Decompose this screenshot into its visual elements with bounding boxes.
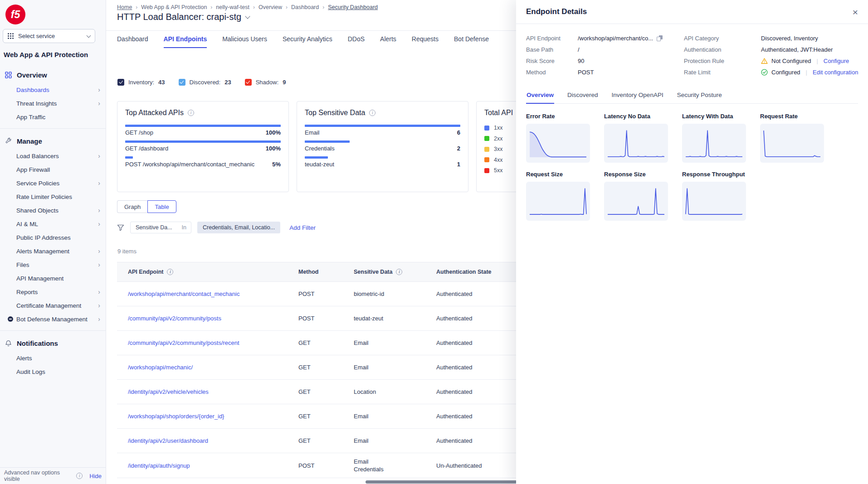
endpoint-link[interactable]: /workshop/api/merchant/contact_mechanic — [128, 290, 295, 297]
method-cell: GET — [298, 380, 354, 404]
breadcrumb-item[interactable]: Dashboard — [291, 4, 319, 10]
title-chevron-down-icon[interactable] — [245, 14, 250, 19]
tab-dashboard[interactable]: Dashboard — [117, 31, 148, 48]
endpoint-link[interactable]: /community/api/v2/community/posts/recent — [128, 339, 295, 346]
sidebar-item-app-traffic[interactable]: App Traffic — [0, 110, 106, 124]
attacked-api-row: GET /shop100% — [125, 125, 281, 137]
breadcrumb-item[interactable]: Web App & API Protection — [141, 4, 207, 10]
sidebar-nav: OverviewDashboards›Threat Insights›App T… — [0, 64, 106, 467]
sidebar-item-dashboards[interactable]: Dashboards› — [0, 83, 106, 97]
detail-action-configure[interactable]: Configure — [824, 55, 849, 67]
sidebar-item-ai-ml[interactable]: AI & ML› — [0, 217, 106, 231]
checkbox-inventory[interactable]: Inventory:43 — [117, 79, 165, 86]
sidebar-section-manage[interactable]: Manage — [0, 133, 106, 149]
breadcrumb-item[interactable]: Security Dashboard — [328, 4, 378, 10]
endpoint-link[interactable]: /workshop/api/shop/orders/{order_id} — [128, 413, 295, 420]
checkbox-discovered[interactable]: Discovered:23 — [179, 79, 231, 86]
add-filter-button[interactable]: Add Filter — [289, 224, 316, 231]
table-row[interactable]: /identity/api/auth/signupPOSTEmailCreden… — [117, 453, 528, 478]
sidebar-item-alerts[interactable]: Alerts — [0, 351, 106, 365]
toggle-table[interactable]: Table — [147, 200, 176, 213]
attacked-api-label: GET /shop — [125, 129, 153, 137]
endpoint-link[interactable]: /identity/api/v2/vehicle/vehicles — [128, 388, 295, 395]
checkbox-shadow[interactable]: Shadow:9 — [245, 79, 286, 86]
table-row[interactable]: /identity/api/v2/vehicle/vehiclesGETLoca… — [117, 380, 528, 404]
toggle-graph[interactable]: Graph — [117, 200, 147, 213]
sidebar-section-notifications[interactable]: Notifications — [0, 335, 106, 351]
panel-tab-inventory-openapi[interactable]: Inventory OpenAPI — [611, 92, 664, 104]
detail-value: 90 — [578, 55, 684, 67]
info-icon[interactable]: i — [396, 269, 402, 275]
sidebar-item-alerts-management[interactable]: Alerts Management› — [0, 244, 106, 258]
endpoint-link[interactable]: /workshop/api/mechanic/ — [128, 364, 295, 371]
sidebar-item-app-firewall[interactable]: App Firewall — [0, 163, 106, 176]
attacked-api-value: 100% — [266, 145, 281, 153]
table-row[interactable]: /workshop/api/mechanic/GETEmailAuthentic… — [117, 355, 528, 380]
panel-tab-discovered[interactable]: Discovered — [567, 92, 599, 104]
sidebar-item-reports[interactable]: Reports› — [0, 285, 106, 299]
sensitive-data-value: Email — [354, 458, 433, 465]
sidebar-item-files[interactable]: Files› — [0, 258, 106, 271]
chevron-right-icon: › — [98, 221, 100, 227]
tab-alerts[interactable]: Alerts — [380, 31, 396, 48]
advanced-nav-text: Advanced nav options visible — [4, 469, 73, 482]
detail-action-edit-configuration[interactable]: Edit configuration — [813, 67, 858, 78]
sidebar-divider — [0, 330, 106, 331]
endpoint-link[interactable]: /identity/api/auth/signup — [128, 462, 295, 469]
checkbox-icon — [117, 79, 124, 86]
sidebar-item-label: Reports — [16, 289, 38, 295]
table-row[interactable]: /workshop/api/merchant/contact_mechanicP… — [117, 282, 528, 306]
info-icon[interactable]: i — [76, 473, 83, 479]
table-row[interactable]: /community/api/v2/community/posts/recent… — [117, 331, 528, 355]
tab-bot-defense[interactable]: Bot Defense — [454, 31, 489, 48]
tab-ddos[interactable]: DDoS — [348, 31, 365, 48]
f5-logo[interactable]: f5 — [5, 5, 25, 24]
breadcrumb-item[interactable]: nelly-waf-test — [216, 4, 249, 10]
sidebar-item-certificate-management[interactable]: Certificate Management› — [0, 299, 106, 312]
tab-api-endpoints[interactable]: API Endpoints — [164, 31, 207, 48]
copy-icon[interactable] — [657, 35, 663, 41]
sidebar-section-overview[interactable]: Overview — [0, 67, 106, 83]
tab-malicious-users[interactable]: Malicious Users — [222, 31, 267, 48]
sensitive-data-cell: biometric-id — [354, 282, 436, 306]
info-icon[interactable]: i — [167, 269, 173, 275]
detail-value: /workshop/api/merchant/co... — [578, 33, 684, 44]
chevron-right-icon: › — [98, 207, 100, 213]
close-icon[interactable]: × — [853, 7, 858, 17]
table-row[interactable]: /community/api/v2/community/postsPOSTteu… — [117, 306, 528, 331]
sidebar-item-rate-limiter-policies[interactable]: Rate Limiter Policies — [0, 190, 106, 203]
sidebar-item-shared-objects[interactable]: Shared Objects› — [0, 203, 106, 217]
sidebar-item-public-ip-addresses[interactable]: Public IP Addresses — [0, 231, 106, 244]
info-icon[interactable]: i — [188, 110, 194, 116]
sidebar-item-load-balancers[interactable]: Load Balancers› — [0, 149, 106, 163]
panel-tab-overview[interactable]: Overview — [526, 92, 554, 104]
method-cell: GET — [298, 429, 354, 453]
sidebar-item-threat-insights[interactable]: Threat Insights› — [0, 97, 106, 110]
hide-nav-button[interactable]: Hide — [89, 473, 102, 479]
panel-tab-security-posture[interactable]: Security Posture — [677, 92, 722, 104]
horizontal-scrollbar[interactable] — [366, 480, 518, 484]
column-header-method: Method — [298, 262, 354, 282]
chevron-right-icon: › — [98, 302, 100, 309]
filter-field[interactable]: Sensitive Da... In — [130, 222, 191, 233]
select-service-dropdown[interactable]: Select service — [3, 29, 95, 43]
detail-label: Authentication — [684, 44, 761, 55]
endpoint-link[interactable]: /identity/api/v2/user/dashboard — [128, 437, 295, 444]
breadcrumb-item[interactable]: Home — [117, 4, 132, 10]
filter-value-chip[interactable]: Credentials, Email, Locatio... — [197, 222, 280, 233]
sidebar-item-bot-defense-management[interactable]: Bot Defense Management› — [0, 312, 106, 326]
sidebar-item-service-policies[interactable]: Service Policies› — [0, 176, 106, 190]
tab-security-analytics[interactable]: Security Analytics — [283, 31, 332, 48]
table-row[interactable]: /identity/api/v2/user/dashboardGETEmailA… — [117, 429, 528, 453]
sidebar-item-api-management[interactable]: API Management — [0, 271, 106, 285]
detail-value: POST — [578, 67, 684, 78]
info-icon[interactable]: i — [369, 110, 375, 116]
breadcrumb-item[interactable]: Overview — [258, 4, 282, 10]
sidebar-item-audit-logs[interactable]: Audit Logs — [0, 365, 106, 378]
endpoint-link[interactable]: /community/api/v2/community/posts — [128, 315, 295, 322]
table-row[interactable]: /workshop/api/shop/orders/{order_id}GETE… — [117, 404, 528, 429]
legend-swatch — [484, 157, 489, 162]
breadcrumb-separator: › — [210, 4, 212, 10]
method-cell: GET — [298, 331, 354, 355]
tab-requests[interactable]: Requests — [412, 31, 439, 48]
